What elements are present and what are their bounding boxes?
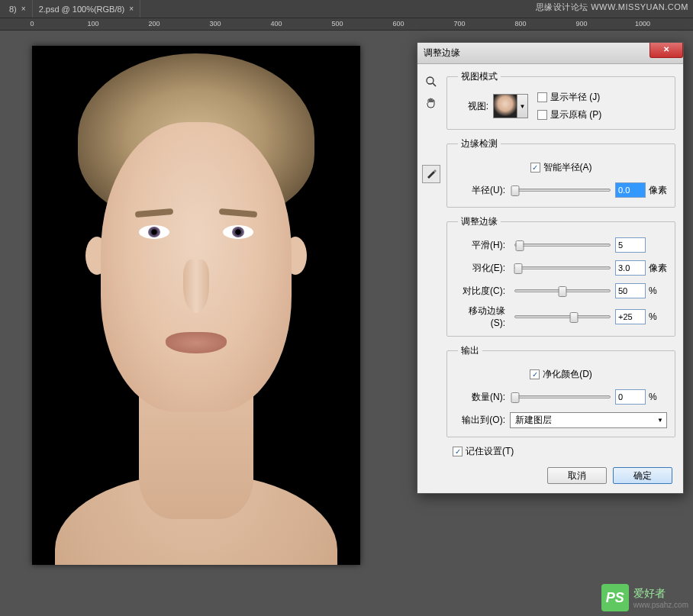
ok-button[interactable]: 确定	[613, 467, 672, 484]
ps-logo-icon: PS	[601, 584, 629, 611]
smooth-slider[interactable]	[514, 243, 611, 247]
select-value: 新建图层	[515, 414, 552, 427]
output-to-label: 输出到(O):	[455, 414, 510, 427]
amount-label: 数量(N):	[455, 391, 510, 404]
smooth-input[interactable]	[615, 237, 646, 253]
ruler-tick: 200	[148, 20, 160, 27]
close-icon[interactable]: ×	[129, 5, 134, 13]
tab-label: 8)	[9, 5, 17, 14]
ruler-tick: 0	[30, 20, 34, 27]
unit-label: %	[646, 285, 667, 296]
show-radius-label: 显示半径 (J)	[550, 91, 600, 104]
ruler-tick: 700	[453, 20, 465, 27]
watermark-text: 爱好者	[633, 587, 688, 601]
ruler-tick: 800	[514, 20, 526, 27]
ruler-tick: 100	[87, 20, 98, 27]
unit-label: %	[646, 392, 667, 402]
unit-label: %	[646, 311, 667, 322]
ruler-tick: 1000	[635, 20, 650, 27]
dialog-title-text: 调整边缘	[424, 47, 460, 60]
view-dropdown-button[interactable]: ▼	[517, 94, 528, 118]
group-legend: 视图模式	[458, 70, 501, 83]
view-thumbnail[interactable]	[493, 94, 517, 118]
shift-edge-input[interactable]	[615, 309, 646, 324]
show-original-checkbox[interactable]	[537, 110, 547, 120]
document-tab[interactable]: 8) ×	[3, 0, 33, 18]
radius-input[interactable]	[615, 182, 646, 198]
unit-label: 像素	[646, 262, 667, 275]
refine-edge-dialog: 调整边缘 ✕ 视图模式	[417, 42, 684, 494]
zoom-tool-button[interactable]	[422, 73, 440, 92]
view-mode-group: 视图模式 视图: ▼ 显示半径 (J) 显示原稿 (P)	[446, 70, 675, 130]
document-tab[interactable]: 2.psd @ 100%(RGB/8) ×	[33, 0, 141, 18]
contrast-input[interactable]	[615, 283, 646, 298]
svg-line-1	[433, 83, 436, 86]
document-canvas[interactable]	[32, 46, 360, 565]
feather-label: 羽化(E):	[455, 262, 510, 275]
watermark-url: www.psahz.com	[633, 601, 688, 609]
horizontal-ruler: 0 100 200 300 400 500 600 700 800 900 10…	[0, 18, 693, 31]
group-legend: 边缘检测	[458, 137, 501, 150]
shift-edge-slider[interactable]	[514, 315, 611, 318]
show-radius-checkbox[interactable]	[537, 92, 547, 102]
tab-label: 2.psd @ 100%(RGB/8)	[39, 5, 125, 14]
canvas-image	[32, 46, 360, 565]
amount-slider[interactable]	[514, 395, 611, 398]
feather-input[interactable]	[615, 260, 646, 276]
contrast-label: 对比度(C):	[455, 285, 510, 298]
adjust-edge-group: 调整边缘 平滑(H): 羽化(E): 像素 对比度(C):	[446, 215, 675, 337]
group-legend: 调整边缘	[458, 215, 501, 228]
ruler-tick: 400	[270, 20, 282, 27]
refine-brush-tool-button[interactable]	[422, 165, 440, 183]
feather-slider[interactable]	[514, 266, 611, 269]
smart-radius-label: 智能半径(A)	[543, 161, 592, 174]
radius-slider[interactable]	[514, 189, 611, 192]
remember-settings-checkbox[interactable]	[453, 447, 463, 456]
output-group: 输出 净化颜色(D) 数量(N): % 输出到(O): 新建图层	[446, 344, 675, 437]
ruler-tick: 500	[331, 20, 343, 27]
radius-label: 半径(U):	[455, 184, 510, 197]
hand-icon	[425, 97, 437, 111]
close-button[interactable]: ✕	[649, 43, 683, 58]
chevron-down-icon: ▼	[657, 417, 663, 424]
decontaminate-label: 净化颜色(D)	[543, 368, 592, 381]
bottom-watermark: PS 爱好者 www.psahz.com	[601, 584, 688, 611]
cancel-button[interactable]: 取消	[547, 467, 607, 484]
top-watermark: 思缘设计论坛 WWW.MISSYUAN.COM	[531, 0, 693, 15]
svg-point-0	[427, 77, 434, 84]
hand-tool-button[interactable]	[422, 95, 440, 113]
decontaminate-checkbox[interactable]	[530, 369, 540, 379]
remember-settings-label: 记住设置(T)	[466, 445, 514, 458]
smooth-label: 平滑(H):	[455, 239, 510, 252]
group-legend: 输出	[458, 344, 482, 357]
magnifier-icon	[425, 76, 437, 90]
amount-input[interactable]	[615, 389, 646, 405]
smart-radius-checkbox[interactable]	[530, 163, 540, 173]
unit-label: 像素	[646, 184, 667, 197]
ruler-tick: 900	[575, 20, 587, 27]
contrast-slider[interactable]	[514, 289, 611, 292]
edge-detection-group: 边缘检测 智能半径(A) 半径(U): 像素	[446, 137, 675, 208]
close-icon[interactable]: ×	[21, 5, 26, 13]
show-original-label: 显示原稿 (P)	[550, 108, 601, 121]
view-label: 视图:	[455, 100, 493, 113]
dialog-tool-column	[422, 70, 443, 484]
ruler-tick: 300	[209, 20, 221, 27]
dialog-titlebar[interactable]: 调整边缘 ✕	[417, 43, 683, 64]
shift-edge-label: 移动边缘(S):	[455, 305, 510, 328]
ruler-tick: 600	[392, 20, 404, 27]
brush-icon	[425, 167, 437, 182]
output-to-select[interactable]: 新建图层 ▼	[510, 412, 667, 428]
